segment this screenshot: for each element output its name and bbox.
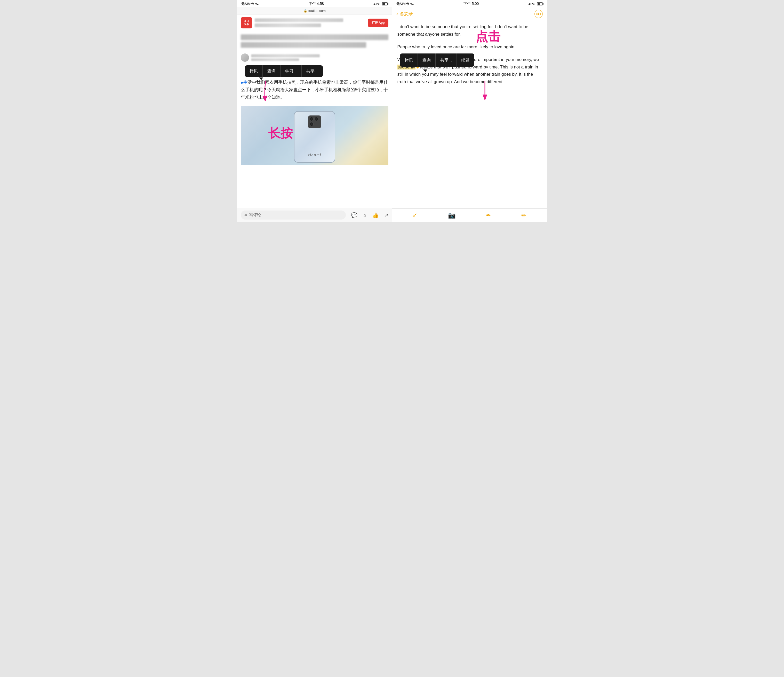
right-battery-icon [537,2,543,5]
right-menu-share[interactable]: 共享... [436,53,457,67]
chevron-left-icon: ‹ [397,11,398,17]
left-status-bar: 无SIM卡 ▾▴ 下午 4:58 47% [237,0,392,7]
lens-1 [310,117,314,121]
arrow-annotation-left [260,80,271,103]
brand-text: xiaomi [308,153,321,157]
menu-item-copy[interactable]: 拷贝 [245,66,263,77]
menu-arrow-right [423,70,427,72]
author-avatar [241,53,249,62]
title-line-1 [241,34,388,40]
phone-camera-module [308,115,321,128]
right-menu-indent[interactable]: 缩进 [457,53,474,67]
right-status-left: 无SIM卡 ▾▴ [397,2,414,6]
menu-arrow-left [259,78,263,80]
title-line-2 [241,42,366,48]
notes-back-label: 备忘录 [400,11,413,17]
notes-paragraph-1: I don't want to be someone that you're s… [397,23,542,38]
left-time: 下午 4:58 [309,2,324,6]
nav-url: toutiao.com [308,9,326,12]
comment-placeholder: 写评论 [249,212,261,217]
chat-icon[interactable]: 💬 [351,212,358,218]
left-bottom-bar: ✏ 写评论 💬 ☆ 👍 ↗ [237,207,392,222]
article-body-left: 生活中我们喜欢用手机拍照，现在的手机像素也非常高，你们平时都是用什么手机的呢？今… [237,79,392,104]
selected-char: 生 [243,80,247,85]
menu-item-lookup[interactable]: 查询 [263,66,280,77]
right-time: 下午 5:00 [464,2,479,6]
right-no-sim: 无SIM卡 [397,2,409,6]
pen-icon: ✏ [244,213,248,217]
author-name [251,54,320,57]
article-image: xiaomi [241,106,388,165]
star-icon[interactable]: ☆ [362,212,367,218]
right-wifi-icon: ▾▴ [410,2,414,6]
pen-tool-icon[interactable]: ✒ [486,212,491,219]
notes-bottom-toolbar: ✓ 📷 ✒ ✏ [392,209,547,222]
context-menu-right[interactable]: 拷贝 查询 共享... 缩进 [400,53,474,67]
lock-icon: 🔒 [303,9,307,12]
notes-nav: ‹ 备忘录 ••• [392,7,547,21]
notes-more-button[interactable]: ••• [534,10,543,18]
lens-2 [314,117,318,121]
notes-body[interactable]: I don't want to be someone that you're s… [392,21,547,112]
menu-item-learn[interactable]: 学习... [280,66,302,77]
article-date [251,58,299,61]
camera-tool-icon[interactable]: 📷 [448,212,456,219]
download-button[interactable]: 打开 App [368,19,388,27]
menu-item-share[interactable]: 共享... [302,66,323,77]
ellipsis-icon: ••• [536,11,541,17]
notes-back-button[interactable]: ‹ 备忘录 [397,11,413,17]
right-phone: 无SIM卡 ▾▴ 下午 5:00 46% ‹ 备忘录 ••• 点击 [392,0,547,222]
right-menu-copy[interactable]: 拷贝 [400,53,418,67]
right-battery-percent: 46% [529,2,535,6]
like-icon[interactable]: 👍 [372,212,379,218]
right-status-right: 46% [529,2,543,6]
left-wifi-icon: ▾▴ [255,2,259,6]
left-status-left: 无SIM卡 ▾▴ [241,2,259,6]
left-battery-icon [382,2,387,5]
phone-image-outline: xiaomi [294,111,335,163]
context-menu-area-left: 拷贝 查询 学习... 共享... [237,63,392,79]
context-menu-left[interactable]: 拷贝 查询 学习... 共享... [245,66,323,77]
article-title [237,31,392,52]
left-no-sim: 无SIM卡 [241,2,254,6]
share-icon[interactable]: ↗ [384,212,388,218]
right-status-bar: 无SIM卡 ▾▴ 下午 5:00 46% [392,0,547,7]
right-menu-lookup[interactable]: 查询 [418,53,436,67]
article-meta [237,52,392,63]
notes-paragraph-2: People who truly loved once are far more… [397,44,542,51]
comment-input[interactable]: ✏ 写评论 [241,211,346,220]
app-logo: 今日头条 [241,17,252,28]
checkmark-icon[interactable]: ✓ [412,212,418,219]
left-nav-bar: 🔒 toutiao.com [237,7,392,14]
article-header: 今日头条 打开 App [237,14,392,31]
left-phone: 无SIM卡 ▾▴ 下午 4:58 47% 🔒 toutiao.com 今日头条 [237,0,392,222]
header-blurred [255,18,366,27]
selection-dot-left [241,82,243,84]
left-battery-percent: 47% [373,2,380,6]
compose-icon[interactable]: ✏ [521,212,526,219]
lens-3 [310,122,314,126]
left-status-right: 47% [373,2,387,6]
